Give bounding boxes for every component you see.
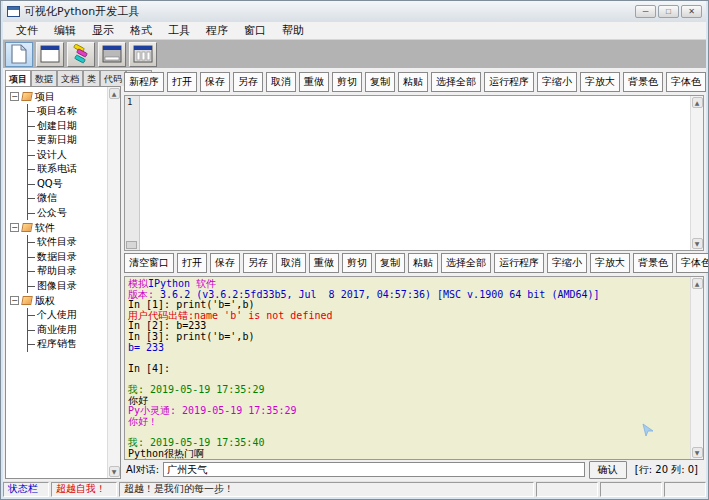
scroll-down-icon[interactable]: ▼ xyxy=(692,238,703,249)
close-button[interactable]: ✕ xyxy=(681,5,702,18)
tree-item[interactable]: 联系电话 xyxy=(10,162,107,177)
toolbar-button-新程序[interactable]: 新程序 xyxy=(124,72,164,92)
tree-item[interactable]: 创建日期 xyxy=(10,119,107,134)
toolbar-button-字缩小[interactable]: 字缩小 xyxy=(547,253,587,273)
toolbar-button-另存[interactable]: 另存 xyxy=(243,253,273,273)
tree-connector-icon xyxy=(27,250,35,265)
menu-item-编辑[interactable]: 编辑 xyxy=(47,22,83,39)
menu-item-显示[interactable]: 显示 xyxy=(85,22,121,39)
toolbar-button-字放大[interactable]: 字放大 xyxy=(590,253,630,273)
editor-scrollbar[interactable]: ▲ ▼ xyxy=(690,96,703,250)
scroll-up-icon[interactable]: ▲ xyxy=(692,278,703,289)
tab-数据[interactable]: 数据 xyxy=(31,70,57,86)
toolbar-button-运行程序[interactable]: 运行程序 xyxy=(494,253,544,273)
scroll-down-icon[interactable]: ▼ xyxy=(109,466,120,477)
menu-item-程序[interactable]: 程序 xyxy=(199,22,235,39)
toolbar-button-取消[interactable]: 取消 xyxy=(266,72,296,92)
menu-item-窗口[interactable]: 窗口 xyxy=(237,22,273,39)
folder-icon xyxy=(21,296,33,305)
tab-文档[interactable]: 文档 xyxy=(57,70,83,86)
tree-item[interactable]: 微信 xyxy=(10,191,107,206)
toolbar-button-选择全部[interactable]: 选择全部 xyxy=(431,72,481,92)
console-text: Python很热门啊 xyxy=(128,448,204,459)
collapse-box-icon[interactable]: − xyxy=(10,223,19,232)
tree-item[interactable]: 更新日期 xyxy=(10,133,107,148)
new-file-icon[interactable] xyxy=(5,42,33,67)
color-pencils-icon[interactable] xyxy=(67,42,95,67)
tree-item-label: 更新日期 xyxy=(37,133,77,147)
toolbar-button-背景色[interactable]: 背景色 xyxy=(623,72,663,92)
toolbar-button-字体色[interactable]: 字体色 xyxy=(676,253,709,273)
editor-text-area[interactable] xyxy=(140,96,690,250)
scroll-down-icon[interactable]: ▼ xyxy=(692,447,703,458)
app-icon xyxy=(7,6,20,17)
toolbar-button-选择全部[interactable]: 选择全部 xyxy=(441,253,491,273)
editor-hscroll-thumb[interactable] xyxy=(126,241,137,249)
minimize-button[interactable]: ─ xyxy=(635,5,656,18)
console-scrollbar[interactable]: ▲ ▼ xyxy=(690,277,703,459)
code-editor[interactable]: 1 ▲ ▼ xyxy=(124,95,704,251)
console-output[interactable]: 模拟IPython 软件版本: 3.6.2 (v3.6.2:5fd33b5, J… xyxy=(125,277,690,459)
toolbar-button-清空窗口[interactable]: 清空窗口 xyxy=(124,253,174,273)
toolbar-button-字体色[interactable]: 字体色 xyxy=(666,72,706,92)
toolbar-button-另存[interactable]: 另存 xyxy=(233,72,263,92)
tree-scrollbar[interactable]: ▲ ▼ xyxy=(107,87,120,478)
toolbar-button-运行程序[interactable]: 运行程序 xyxy=(484,72,534,92)
toolbar-button-剪切[interactable]: 剪切 xyxy=(342,253,372,273)
scroll-up-icon[interactable]: ▲ xyxy=(109,88,120,99)
tree-item-label: 创建日期 xyxy=(37,119,77,133)
toolbar-button-保存[interactable]: 保存 xyxy=(210,253,240,273)
menu-item-文件[interactable]: 文件 xyxy=(9,22,45,39)
scroll-up-icon[interactable]: ▲ xyxy=(692,97,703,108)
confirm-button[interactable]: 确认 xyxy=(589,461,627,479)
tree-item[interactable]: 程序销售 xyxy=(10,337,107,352)
collapse-box-icon[interactable]: − xyxy=(10,296,19,305)
menu-item-帮助[interactable]: 帮助 xyxy=(275,22,311,39)
toolbar-button-重做[interactable]: 重做 xyxy=(309,253,339,273)
tab-项目[interactable]: 项目 xyxy=(5,70,31,86)
tree-root-item[interactable]: −软件 xyxy=(10,220,107,235)
tree-root-item[interactable]: −项目 xyxy=(10,89,107,104)
toolbar-button-复制[interactable]: 复制 xyxy=(365,72,395,92)
tree-item[interactable]: 个人使用 xyxy=(10,308,107,323)
console-window-icon[interactable] xyxy=(98,42,126,67)
toolbar-button-字放大[interactable]: 字放大 xyxy=(580,72,620,92)
tab-类[interactable]: 类 xyxy=(83,70,100,86)
tree-item[interactable]: 公众号 xyxy=(10,206,107,221)
tree-item[interactable]: 帮助目录 xyxy=(10,264,107,279)
toolbar-button-打开[interactable]: 打开 xyxy=(177,253,207,273)
app-window-icon[interactable] xyxy=(36,42,64,67)
console-text: In [3]: print('b=',b) xyxy=(128,331,254,342)
toolbar-button-粘贴[interactable]: 粘贴 xyxy=(398,72,428,92)
tree-item[interactable]: 设计人 xyxy=(10,148,107,163)
tree-item[interactable]: 软件目录 xyxy=(10,235,107,250)
tree-item[interactable]: 图像目录 xyxy=(10,279,107,294)
console-line: b= 233 xyxy=(128,343,687,354)
toolbar-button-打开[interactable]: 打开 xyxy=(167,72,197,92)
project-tree-wrap: −项目项目名称创建日期更新日期设计人联系电话QQ号微信公众号−软件软件目录数据目… xyxy=(5,86,121,479)
tree-item[interactable]: 项目名称 xyxy=(10,104,107,119)
toolbar-button-剪切[interactable]: 剪切 xyxy=(332,72,362,92)
toolbar-button-背景色[interactable]: 背景色 xyxy=(633,253,673,273)
tree-item[interactable]: 数据目录 xyxy=(10,250,107,265)
console-line: In [4]: xyxy=(128,364,687,375)
ai-dialog-input[interactable] xyxy=(163,462,585,477)
toolbar-button-取消[interactable]: 取消 xyxy=(276,253,306,273)
tab-代码[interactable]: 代码 xyxy=(100,70,126,86)
table-window-icon[interactable] xyxy=(129,42,157,67)
tree-item[interactable]: 商业使用 xyxy=(10,323,107,338)
console-line: Py小灵通: 2019-05-19 17:35:29 xyxy=(128,406,687,417)
menu-item-工具[interactable]: 工具 xyxy=(161,22,197,39)
tree-root-item[interactable]: −版权 xyxy=(10,293,107,308)
toolbar-button-重做[interactable]: 重做 xyxy=(299,72,329,92)
console-text: 软件 xyxy=(190,278,216,289)
toolbar-button-保存[interactable]: 保存 xyxy=(200,72,230,92)
menu-item-格式[interactable]: 格式 xyxy=(123,22,159,39)
toolbar-button-字缩小[interactable]: 字缩小 xyxy=(537,72,577,92)
collapse-box-icon[interactable]: − xyxy=(10,92,19,101)
toolbar-button-粘贴[interactable]: 粘贴 xyxy=(408,253,438,273)
console-text: In [4]: xyxy=(128,363,170,374)
toolbar-button-复制[interactable]: 复制 xyxy=(375,253,405,273)
tree-item[interactable]: QQ号 xyxy=(10,177,107,192)
maximize-button[interactable]: □ xyxy=(658,5,679,18)
